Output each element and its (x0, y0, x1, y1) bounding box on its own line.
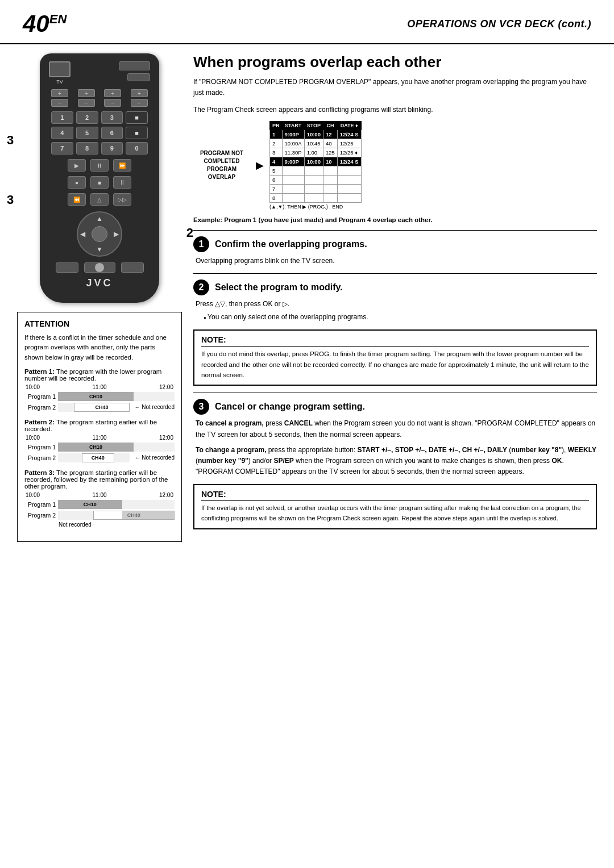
num-btn-1[interactable]: 1 (51, 111, 73, 124)
pb-btn-stop[interactable]: ■ (90, 176, 109, 189)
p1r1-label: Program 1 (24, 393, 56, 400)
remote-bottom-btn-1[interactable] (56, 262, 78, 273)
remote-label-2-right: 2 (186, 226, 193, 240)
num-btn-9[interactable]: 9 (101, 142, 123, 155)
note-2-box: NOTE: If the overlap is not yet solved, … (193, 484, 597, 529)
table-row: 5 (270, 166, 362, 175)
pb-btn-dot[interactable]: ● (68, 176, 86, 189)
right-column: When programs overlap each other If "PRO… (193, 53, 597, 542)
num-btn-3[interactable]: 3 (101, 111, 123, 124)
nav-circle: ▲ ▼ ◀ ▶ (77, 211, 122, 257)
pattern-3-ticks: 10:00 11:00 12:00 (24, 492, 175, 498)
num-btn-2[interactable]: 2 (76, 111, 98, 124)
page-number: 40EN (23, 10, 67, 37)
step-1-header: 1 Confirm the overlapping programs. (193, 236, 597, 252)
num-btn-5[interactable]: 5 (76, 127, 98, 139)
table-row: 49:00P10:001012/24 S (270, 157, 362, 166)
jvc-logo: JVC (49, 277, 150, 289)
pb-btn-rew[interactable]: ⏪ (68, 193, 86, 206)
section-title: When programs overlap each other (193, 53, 597, 71)
pm-btn-plus-1[interactable]: + (51, 89, 68, 97)
table-row: 210:00A10:454012/25 (270, 139, 362, 148)
pm-pair-4: + − (131, 89, 148, 107)
arrow-right-icon: ▶ (256, 159, 264, 172)
remote-btn-top2[interactable] (127, 73, 150, 81)
num-btn-8[interactable]: 8 (76, 142, 98, 155)
attention-title: ATTENTION (24, 319, 175, 328)
pattern-1-label: Pattern 1: The program with the lower pr… (24, 368, 175, 382)
nav-arrow-down[interactable]: ▼ (96, 245, 103, 253)
step-3-change-para: To change a program, press the appropria… (196, 445, 597, 478)
pattern-3-row1: Program 1 CH10 (24, 500, 175, 509)
step-3-cancel-para: To cancel a program, press CANCEL when t… (196, 418, 597, 440)
step-3-block: 3 Cancel or change program setting. To c… (193, 393, 597, 477)
intro-text-1: If "PROGRAM NOT COMPLETED PROGRAM OVERLA… (193, 77, 597, 98)
remote-control: TV + − + − (40, 53, 159, 303)
p3r1-seg1: CH10 (58, 500, 122, 509)
pattern-1-block: Pattern 1: The program with the lower pr… (24, 368, 175, 412)
pm-pair-1: + − (51, 89, 68, 107)
step-2-title: Select the program to modify. (215, 282, 343, 293)
remote-top-right (119, 61, 150, 81)
num-btn-0[interactable]: 0 (126, 142, 148, 155)
table-row: 19:00P10:001212/24 S (270, 130, 362, 139)
num-btn-4[interactable]: 4 (51, 127, 73, 139)
table-row: 6 (270, 175, 362, 184)
p2r1-label: Program 1 (24, 444, 56, 450)
p2r1-seg1: CH10 (58, 443, 134, 452)
nav-circle-area: ▲ ▼ ◀ ▶ (49, 211, 150, 257)
step-3-body: To cancel a program, press CANCEL when t… (193, 418, 597, 477)
num-btn-r1[interactable]: ■ (126, 111, 148, 124)
pattern-2-block: Pattern 2: The program starting earlier … (24, 419, 175, 462)
example-text: Example: Program 1 (you have just made) … (193, 216, 597, 223)
pm-btn-minus-4[interactable]: − (131, 99, 148, 107)
remote-top: TV (49, 61, 150, 85)
pm-pair-2: + − (78, 89, 95, 107)
playback-row-3: ⏪ △ ▷▷ (49, 193, 150, 206)
step-2-header: 2 Select the program to modify. (193, 279, 597, 295)
th-stop: STOP (304, 121, 323, 130)
nav-arrow-up[interactable]: ▲ (96, 215, 103, 223)
pm-btn-plus-4[interactable]: + (131, 89, 148, 97)
page-header: 40EN OPERATIONS ON VCR DECK (cont.) (0, 0, 614, 44)
table-row: 311:30P1:0012512/25 ♦ (270, 148, 362, 157)
pattern-1-row2: Program 2 CH40 ← Not recorded (24, 403, 175, 412)
p2r1-bar: CH10 (58, 443, 175, 452)
tv-label: TV (56, 79, 63, 85)
pb-btn-play[interactable]: ▶ (68, 159, 86, 172)
p1r2-note: ← Not recorded (134, 404, 175, 410)
pb-btn-ii[interactable]: II (113, 176, 131, 189)
pb-btn-skip-back[interactable]: △ (90, 193, 109, 206)
nav-arrow-right[interactable]: ▶ (114, 230, 119, 238)
remote-label-3-mid: 3 (7, 193, 14, 207)
pm-btn-plus-2[interactable]: + (78, 89, 95, 97)
num-btn-7[interactable]: 7 (51, 142, 73, 155)
playback-row: ▶ ⏸ ⏩ (49, 159, 150, 172)
step-1-number: 1 (193, 236, 209, 252)
note-1-box: NOTE: If you do not mind this overlap, p… (193, 329, 597, 386)
num-btn-r2[interactable]: ■ (126, 127, 148, 139)
nav-arrow-left[interactable]: ◀ (80, 230, 85, 238)
program-table-wrapper: PR START STOP CH DATE ♦ 19:00P10:001212/… (269, 121, 362, 210)
playback-row-2: ● ■ II (49, 176, 150, 189)
nav-center-btn[interactable] (92, 226, 107, 242)
pb-btn-skip-fwd[interactable]: ▷▷ (113, 193, 131, 206)
remote-wheel-icon (95, 263, 104, 272)
pattern-3-block: Pattern 3: The program starting earlier … (24, 469, 175, 528)
pattern-1-row1: Program 1 CH10 (24, 392, 175, 401)
table-header-row: PR START STOP CH DATE ♦ (270, 121, 362, 130)
remote-bottom-btn-2[interactable] (121, 262, 144, 273)
pb-btn-pause[interactable]: ⏸ (90, 159, 109, 172)
note-1-title: NOTE: (201, 335, 589, 347)
pm-btn-plus-3[interactable]: + (104, 89, 121, 97)
th-pr: PR (270, 121, 283, 130)
num-btn-6[interactable]: 6 (101, 127, 123, 139)
pm-btn-minus-2[interactable]: − (78, 99, 95, 107)
th-start: START (282, 121, 304, 130)
remote-btn-top1[interactable] (119, 61, 150, 70)
pb-btn-ff[interactable]: ⏩ (113, 159, 131, 172)
pm-btn-minus-3[interactable]: − (104, 99, 121, 107)
p3r2-bar: CH40 (58, 511, 175, 520)
pm-btn-minus-1[interactable]: − (51, 99, 68, 107)
p3r2-seg2 (122, 511, 175, 520)
